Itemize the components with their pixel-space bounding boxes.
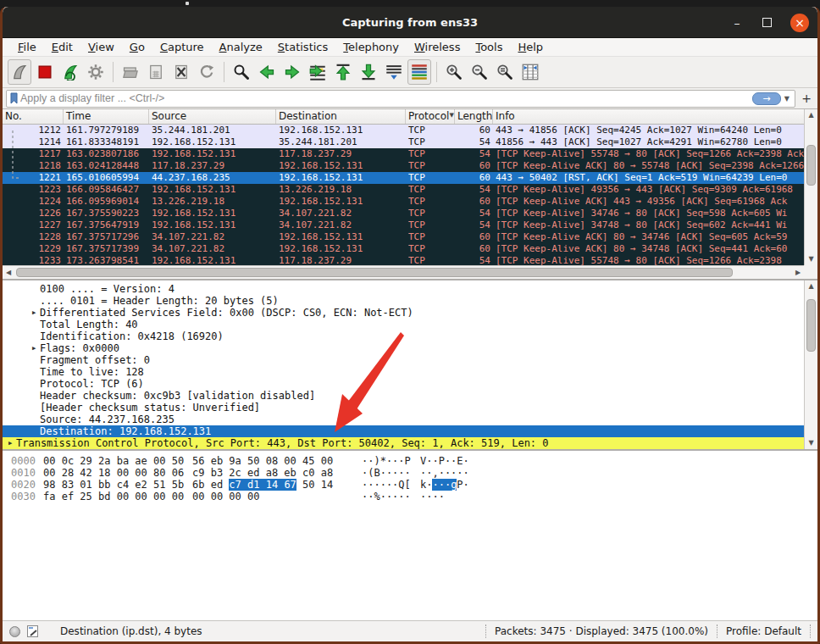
menu-file[interactable]: File [11, 39, 43, 55]
expander-icon [28, 319, 40, 330]
menu-capture[interactable]: Capture [153, 39, 211, 55]
menu-go[interactable]: Go [123, 39, 152, 55]
hex-row[interactable]: 000000 0c 29 2a ba ae 00 5056 eb 9a 50 0… [3, 455, 817, 467]
filter-field[interactable]: → ▼ [6, 90, 795, 108]
detail-line[interactable]: Source: 44.237.168.235 [3, 414, 804, 425]
open-capture-button[interactable] [119, 59, 142, 85]
filter-dropdown-arrow-icon[interactable]: ▼ [781, 95, 793, 103]
column-header-no[interactable]: No. [3, 109, 64, 124]
window-title: Capturing from ens33 [342, 16, 478, 29]
capture-options-button[interactable] [84, 59, 108, 85]
detail-line[interactable]: [Header checksum status: Unverified] [3, 402, 804, 414]
zoom-out-button[interactable] [468, 59, 491, 85]
detail-line[interactable]: 0100 .... = Version: 4 [3, 283, 804, 295]
packet-list-vertical-scrollbar[interactable]: ▲ ▼ [804, 109, 817, 265]
scroll-up-icon[interactable]: ▲ [805, 280, 817, 292]
menu-view[interactable]: View [81, 39, 121, 55]
detail-vertical-scrollbar[interactable]: ▲ ▼ [804, 280, 817, 449]
zoom-reset-button[interactable] [493, 59, 517, 85]
column-header-protocol[interactable]: Protocol▼ [406, 109, 455, 124]
close-capture-button[interactable] [169, 59, 193, 85]
packet-row-1218[interactable]: 1218163.024128448117.18.237.29192.168.15… [3, 160, 804, 172]
titlebar[interactable]: Capturing from ens33 – × [3, 7, 817, 38]
colorize-icon [411, 64, 428, 80]
packet-row-1217[interactable]: 1217163.023807186192.168.152.131117.18.2… [3, 148, 804, 160]
column-header-length[interactable]: Length [455, 109, 493, 124]
auto-scroll-icon [385, 64, 402, 80]
column-header-source[interactable]: Source [149, 109, 276, 124]
save-capture-button[interactable] [144, 59, 168, 85]
detail-line[interactable]: ▶Flags: 0x0000 [3, 342, 804, 354]
detail-line[interactable]: Total Length: 40 [3, 319, 804, 330]
scroll-down-icon[interactable]: ▼ [805, 253, 817, 265]
hex-row[interactable]: 0030fa ef 25 bd 00 00 00 0000 00 00 00··… [3, 491, 817, 502]
packet-row-1229[interactable]: 1229167.37571739934.107.221.82192.168.15… [3, 243, 804, 255]
maximize-button[interactable] [762, 18, 772, 27]
resize-columns-button[interactable] [518, 59, 542, 85]
scroll-left-icon[interactable]: ◀ [3, 269, 14, 276]
detail-line[interactable]: .... 0101 = Header Length: 20 bytes (5) [3, 295, 804, 307]
menu-edit[interactable]: Edit [45, 39, 80, 55]
column-menu-arrow-icon[interactable]: ▼ [450, 112, 454, 119]
packet-row-1228[interactable]: 1228167.37571729634.107.221.82192.168.15… [3, 231, 804, 243]
menu-statistics[interactable]: Statistics [271, 39, 335, 55]
packet-row-1226[interactable]: 1226167.375590223192.168.152.13134.107.2… [3, 208, 804, 219]
detail-line[interactable]: Header checksum: 0xc9b3 [validation disa… [3, 390, 804, 402]
expander-icon [28, 295, 40, 307]
last-packet-button[interactable] [357, 59, 380, 85]
close-button[interactable]: × [790, 14, 809, 32]
display-filter-input[interactable] [20, 92, 752, 106]
auto-scroll-button[interactable] [382, 59, 406, 85]
scrollbar-thumb[interactable] [16, 268, 733, 277]
filter-bookmark-icon[interactable] [8, 92, 20, 105]
scroll-right-icon[interactable]: ▶ [792, 269, 804, 276]
detail-line[interactable]: Protocol: TCP (6) [3, 378, 804, 390]
detail-line[interactable]: Fragment offset: 0 [3, 354, 804, 366]
packet-row-1224[interactable]: 1224166.09596901413.226.219.18192.168.15… [3, 196, 804, 208]
packet-row-1223[interactable]: 1223166.095846427192.168.152.13113.226.2… [3, 184, 804, 196]
expert-info-icon[interactable] [27, 625, 38, 637]
column-header-destination[interactable]: Destination [276, 109, 406, 124]
menu-bar: File Edit View Go Capture Analyze Statis… [3, 38, 817, 57]
reload-button[interactable] [195, 59, 219, 85]
stop-capture-button[interactable] [33, 59, 57, 85]
scroll-down-icon[interactable]: ▼ [805, 437, 817, 449]
minimize-button[interactable]: – [730, 16, 744, 30]
first-packet-button[interactable] [331, 59, 355, 85]
scrollbar-thumb[interactable] [806, 299, 816, 352]
packet-list-horizontal-scrollbar[interactable]: ◀ ▶ [3, 265, 804, 279]
save-file-icon [147, 64, 164, 80]
next-packet-button[interactable] [280, 59, 304, 85]
hex-row-with-selection[interactable]: 002098 83 01 bb c4 e2 51 5b6b ed c7 d1 1… [3, 479, 817, 491]
detail-line-tcp-highlighted[interactable]: ▶Transmission Control Protocol, Src Port… [3, 437, 804, 449]
column-header-info[interactable]: Info [493, 109, 804, 124]
start-capture-button[interactable] [8, 59, 31, 85]
packet-row-1212[interactable]: 1212161.79727918935.244.181.201192.168.1… [3, 125, 804, 136]
scrollbar-thumb[interactable] [806, 145, 816, 186]
detail-line[interactable]: Time to live: 128 [3, 366, 804, 378]
detail-line-destination-selected[interactable]: Destination: 192.168.152.131 [3, 425, 804, 437]
zoom-in-button[interactable] [442, 59, 466, 85]
add-filter-button[interactable]: + [799, 91, 814, 107]
menu-wireless[interactable]: Wireless [407, 39, 467, 55]
packet-row-1214[interactable]: 1214161.833348191192.168.152.13135.244.1… [3, 136, 804, 148]
find-packet-button[interactable] [230, 59, 253, 85]
previous-packet-button[interactable] [255, 59, 279, 85]
colorize-button[interactable] [407, 59, 431, 85]
apply-filter-button[interactable]: → [752, 92, 781, 105]
restart-capture-button[interactable] [58, 59, 82, 85]
hex-row[interactable]: 001000 28 42 18 00 00 80 06c9 b3 2c ed a… [3, 467, 817, 479]
scroll-up-icon[interactable]: ▲ [805, 109, 817, 121]
column-header-time[interactable]: Time [64, 109, 149, 124]
profile-label[interactable]: Profile: Default [726, 625, 801, 637]
menu-analyze[interactable]: Analyze [213, 39, 269, 55]
detail-line[interactable]: Identification: 0x4218 (16920) [3, 330, 804, 342]
menu-tools[interactable]: Tools [468, 39, 509, 55]
detail-line[interactable]: ▶Differentiated Services Field: 0x00 (DS… [3, 307, 804, 319]
menu-help[interactable]: Help [511, 39, 550, 55]
packet-row-1221-selected[interactable]: 1221165.01060599444.237.168.235192.168.1… [3, 172, 804, 184]
packet-row-1227[interactable]: 1227167.375647919192.168.152.13134.107.2… [3, 219, 804, 231]
capture-status-icon[interactable] [9, 626, 20, 637]
go-to-packet-button[interactable] [306, 59, 330, 85]
menu-telephony[interactable]: Telephony [336, 39, 406, 55]
